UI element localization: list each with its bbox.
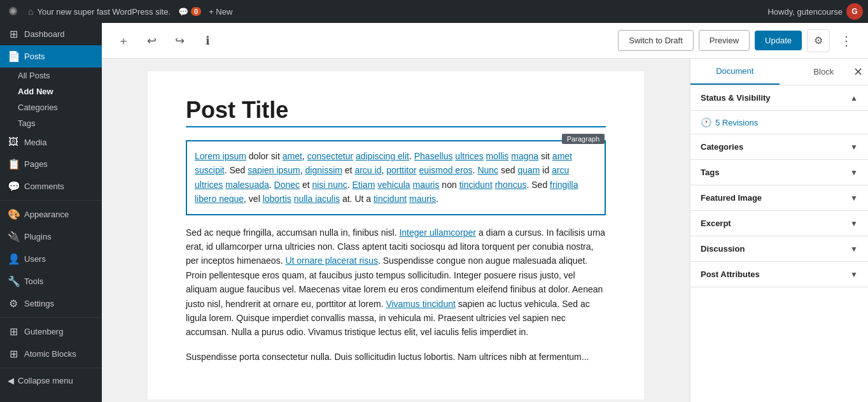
paragraph-text-1[interactable]: Lorem ipsum dolor sit amet, consectetur … [195, 149, 597, 206]
magna-link: magna [511, 151, 538, 161]
collapse-menu-label: Collapse menu [18, 376, 73, 385]
tab-document[interactable]: Document [690, 59, 780, 85]
new-menu[interactable]: + New [209, 7, 232, 17]
categories-header[interactable]: Categories ▼ [690, 134, 868, 159]
paragraph-block-selected[interactable]: Paragraph Lorem ipsum dolor sit amet, co… [186, 140, 606, 215]
arcu-link: arcu id [354, 165, 381, 175]
site-link[interactable]: ⌂ Your new super fast WordPress site. [28, 6, 171, 17]
info-button[interactable]: ℹ [196, 29, 219, 52]
sidebar: ⊞ Dashboard 📄 Posts All Posts Add New Ca… [0, 23, 102, 402]
avatar: G [846, 3, 863, 20]
sidebar-item-posts[interactable]: 📄 Posts [0, 45, 102, 68]
tincidunt2-link: tincidunt [374, 194, 407, 204]
post-title[interactable]: Post Title [186, 97, 606, 127]
more-options-button[interactable]: ⋮ [835, 29, 858, 52]
adipiscing-link: adipiscing elit [356, 151, 409, 161]
status-visibility-chevron: ▲ [850, 94, 858, 103]
sidebar-item-categories[interactable]: Categories [0, 99, 102, 115]
excerpt-header[interactable]: Excerpt ▼ [690, 211, 868, 236]
discussion-header[interactable]: Discussion ▼ [690, 236, 868, 261]
atomic-blocks-icon: ⊞ [8, 348, 19, 360]
sidebar-item-gutenberg[interactable]: ⊞ Gutenberg [0, 320, 102, 343]
preview-button[interactable]: Preview [699, 30, 750, 51]
sidebar-item-add-new[interactable]: Add New [0, 83, 102, 99]
collapse-menu-button[interactable]: ◀ Collapse menu [0, 371, 102, 391]
add-block-button[interactable]: ＋ [112, 29, 135, 52]
sidebar-item-label-tools: Tools [24, 276, 43, 286]
sidebar-item-settings[interactable]: ⚙ Settings [0, 292, 102, 315]
update-button[interactable]: Update [755, 31, 802, 50]
sidebar-item-comments[interactable]: 💬 Comments [0, 175, 102, 197]
panel-close-button[interactable]: ✕ [853, 66, 863, 78]
sidebar-item-plugins[interactable]: 🔌 Plugins [0, 226, 102, 248]
nunc-link: Nunc [477, 165, 498, 175]
revisions-count-label: 5 Revisions [715, 118, 758, 127]
user-howdy[interactable]: Howdy, gutencourse G [767, 3, 863, 20]
sidebar-item-label-settings: Settings [24, 299, 54, 308]
vehicula-link: vehicula [377, 180, 410, 190]
main-layout: ⊞ Dashboard 📄 Posts All Posts Add New Ca… [0, 23, 868, 402]
categories-chevron: ▼ [850, 143, 858, 152]
phasellus-link: Phasellus [414, 151, 453, 161]
block-type-label: Paragraph [562, 134, 605, 144]
featured-image-chevron: ▼ [850, 194, 858, 203]
amet2-link: amet [552, 151, 572, 161]
sidebar-item-atomic-blocks[interactable]: ⊞ Atomic Blocks [0, 343, 102, 365]
status-visibility-label: Status & Visibility [701, 93, 771, 103]
sidebar-item-dashboard[interactable]: ⊞ Dashboard [0, 23, 102, 45]
status-visibility-header[interactable]: Status & Visibility ▲ [690, 85, 868, 110]
porttitor-link: porttitor [386, 165, 416, 175]
wp-logo-icon[interactable]: ✺ [5, 4, 20, 19]
post-attributes-header[interactable]: Post Attributes ▼ [690, 262, 868, 287]
tincidunt-link: tincidunt [459, 180, 493, 190]
euismod-link: euismod eros [419, 165, 473, 175]
lorem-ipsum-link: Lorem ipsum [195, 151, 246, 161]
sidebar-item-label-gutenberg: Gutenberg [24, 327, 63, 336]
etiam-link: Etiam [353, 180, 375, 190]
sidebar-item-tools[interactable]: 🔧 Tools [0, 270, 102, 292]
mauris-link: mauris [412, 180, 439, 190]
sidebar-item-appearance[interactable]: 🎨 Appearance [0, 203, 102, 226]
nisi-link: nisi nunc [312, 180, 347, 190]
paragraph-text-3[interactable]: Suspendisse porta consectetur nulla. Dui… [186, 350, 606, 364]
quam-link: quam [517, 165, 540, 175]
editor-toolbar: ＋ ↩ ↪ ℹ Switch to Draft Preview Update ⚙… [102, 23, 868, 59]
tags-header[interactable]: Tags ▼ [690, 160, 868, 185]
settings-sidebar-icon: ⚙ [8, 298, 19, 310]
pages-icon: 📋 [8, 158, 19, 170]
house-icon: ⌂ [28, 6, 33, 17]
sapien-link: sapien ipsum [248, 165, 300, 175]
undo-button[interactable]: ↩ [140, 29, 163, 52]
settings-gear-button[interactable]: ⚙ [807, 29, 830, 52]
categories-label: Categories [701, 142, 743, 152]
admin-bar: ✺ ⌂ Your new super fast WordPress site. … [0, 0, 868, 23]
post-canvas-inner: Post Title Paragraph Lorem ipsum dolor s… [148, 71, 644, 399]
sidebar-item-label-pages: Pages [24, 159, 48, 169]
featured-image-header[interactable]: Featured Image ▼ [690, 185, 868, 210]
paragraph-text-2[interactable]: Sed ac neque fringilla, accumsan nulla i… [186, 226, 606, 340]
sidebar-item-media[interactable]: 🖼 Media [0, 131, 102, 153]
sidebar-item-pages[interactable]: 📋 Pages [0, 153, 102, 175]
sidebar-divider-1 [0, 200, 102, 201]
dignissim-link: dignissim [305, 165, 342, 175]
categories-section: Categories ▼ [690, 134, 868, 160]
post-attributes-section: Post Attributes ▼ [690, 262, 868, 287]
editor-area: ＋ ↩ ↪ ℹ Switch to Draft Preview Update ⚙… [102, 23, 868, 402]
vivamus-link: Vivamus tincidunt [386, 299, 455, 309]
switch-to-draft-button[interactable]: Switch to Draft [618, 30, 694, 51]
tags-label: Tags [701, 168, 719, 177]
revisions-row[interactable]: 🕐 5 Revisions [690, 111, 868, 134]
sidebar-item-tags[interactable]: Tags [0, 115, 102, 131]
collapse-arrow-icon: ◀ [8, 376, 14, 385]
dashboard-icon: ⊞ [8, 28, 19, 40]
sidebar-item-all-posts[interactable]: All Posts [0, 68, 102, 83]
plugins-icon: 🔌 [8, 231, 19, 243]
featured-image-section: Featured Image ▼ [690, 185, 868, 211]
sidebar-divider-3 [0, 368, 102, 368]
editor-content: Post Title Paragraph Lorem ipsum dolor s… [102, 59, 868, 402]
redo-button[interactable]: ↪ [168, 29, 191, 52]
sidebar-item-users[interactable]: 👤 Users [0, 248, 102, 270]
settings-panel: Document Block ✕ Status & Visibility ▲ [690, 59, 868, 402]
comments-link[interactable]: 💬 0 [178, 7, 201, 17]
site-name: Your new super fast WordPress site. [37, 7, 171, 17]
